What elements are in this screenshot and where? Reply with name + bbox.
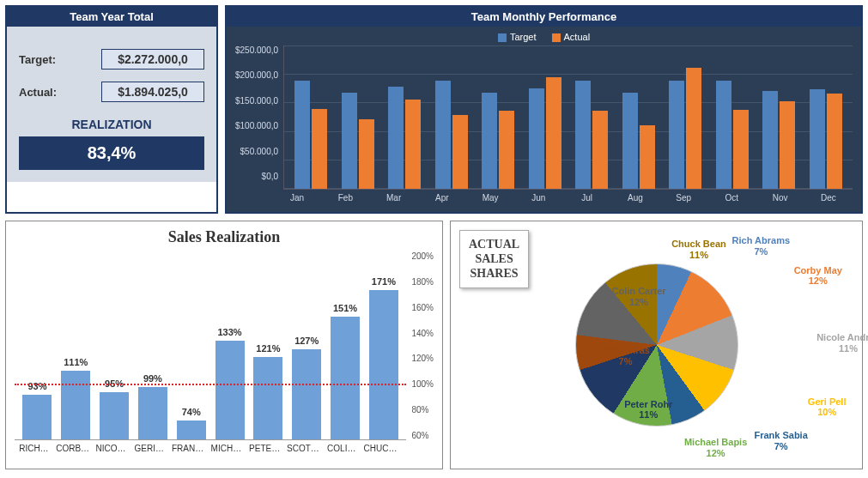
monthly-performance-chart: Target Actual $250.000,0$200.000,0$150.0… (227, 27, 861, 212)
xtick: CORB… (56, 444, 88, 453)
bar-actual (686, 68, 701, 190)
bar-actual (405, 100, 421, 189)
monthly-performance-header: Team Monthly Performance (227, 7, 861, 27)
ytick: $150.000,0 (235, 96, 278, 106)
target-swatch-icon (498, 33, 507, 42)
monthly-bars (284, 45, 853, 189)
xtick: COLI… (325, 444, 358, 453)
ytick: 80% (411, 405, 434, 414)
xtick: Jan (280, 193, 314, 203)
bar-target (482, 93, 497, 189)
bar-group (762, 45, 795, 189)
bar-target (622, 93, 638, 189)
sales-realization-xaxis: RICH…CORB…NICO…GERI…FRAN…MICH…PETE…SCOT…… (15, 440, 434, 453)
bar-target (294, 81, 310, 189)
realization-bar: 127% (292, 349, 321, 439)
pie-slice-label: Peter Rohr11% (614, 399, 683, 421)
bar-actual (359, 119, 374, 189)
monthly-plot-area (283, 45, 853, 190)
sales-realization-panel: Sales Realization 93%111%95%99%74%133%12… (5, 221, 443, 469)
ytick: $100.000,0 (235, 121, 278, 130)
sales-realization-yaxis: 200%180%160%140%120%100%80%60% (406, 251, 434, 440)
xtick: NICO… (94, 444, 127, 453)
bar-group (529, 45, 561, 189)
realization-bar: 74% (177, 421, 206, 439)
bar-group (810, 45, 842, 189)
pie-slice-label: Rich Abrams7% (726, 235, 795, 257)
pie-title-badge: ACTUAL SALES SHARES (459, 230, 529, 288)
xtick: Dec (811, 193, 846, 203)
xtick: CHUC… (364, 444, 397, 453)
ytick: 180% (411, 277, 434, 287)
bar-label: 74% (175, 407, 208, 417)
bar-label: 111% (59, 357, 92, 367)
pie-slice-label: Corby May12% (784, 265, 853, 287)
target-value: $2.272.000,0 (101, 49, 204, 70)
bar-target (669, 81, 684, 189)
legend-target-label: Target (510, 32, 537, 42)
ytick: 60% (411, 431, 434, 440)
ytick: $250.000,0 (235, 45, 278, 55)
sales-realization-title: Sales Realization (15, 228, 434, 246)
realization-bar: 171% (369, 290, 398, 439)
realization-bar: 95% (100, 392, 129, 439)
xtick: May (473, 193, 507, 203)
realization-bar: 99% (138, 387, 167, 439)
bar-actual (546, 77, 561, 189)
monthly-performance-panel: Team Monthly Performance Target Actual $… (225, 5, 863, 214)
bar-target (575, 81, 591, 189)
xtick: SCOT… (287, 444, 319, 453)
pie-slice-label: Nicole Andres11% (814, 332, 868, 354)
legend-target: Target (498, 32, 537, 42)
xtick: RICH… (17, 444, 50, 453)
bar-group (482, 45, 514, 189)
ytick: 120% (411, 354, 434, 363)
xtick: Apr (425, 193, 459, 203)
xtick: Sep (666, 193, 701, 203)
pie-slice-label: Chuck Bean11% (665, 239, 733, 260)
bar-group (294, 45, 327, 189)
bar-label: 171% (367, 276, 400, 287)
bar-actual (780, 101, 795, 189)
xtick: Nov (763, 193, 798, 203)
bar-target (716, 81, 731, 189)
reference-line (15, 384, 406, 385)
bar-actual (499, 111, 514, 189)
pie-badge-line3: SHARES (469, 267, 519, 281)
pie-slice-label: Frank Sabia7% (747, 430, 816, 451)
realization-bar: 93% (22, 395, 52, 439)
xtick: FRAN… (172, 444, 204, 453)
bar-label: 133% (214, 327, 246, 337)
pie-panel: ACTUAL SALES SHARES Rich Abrams7%Corby M… (450, 221, 863, 469)
xtick: Oct (714, 193, 749, 203)
target-label: Target: (19, 53, 56, 66)
monthly-legend: Target Actual (235, 30, 853, 45)
bar-label: 93% (21, 381, 53, 391)
legend-actual-label: Actual (564, 32, 591, 42)
bar-group (575, 45, 608, 189)
bar-actual (312, 109, 327, 190)
xtick: PETE… (248, 444, 281, 453)
bar-label: 127% (290, 336, 323, 346)
bar-group (342, 45, 374, 189)
ytick: 140% (411, 329, 434, 338)
pie-slice-label: Scott Tiras7% (592, 345, 660, 366)
bar-actual (733, 110, 749, 189)
pie-badge-line1: ACTUAL (469, 238, 519, 252)
legend-actual: Actual (552, 32, 591, 42)
actual-swatch-icon (552, 33, 561, 42)
bar-actual (452, 115, 468, 189)
pie-slice-label: Colin Carter12% (604, 286, 673, 307)
monthly-yaxis: $250.000,0$200.000,0$150.000,0$100.000,0… (235, 45, 283, 181)
ytick: 160% (411, 303, 434, 312)
bar-group (622, 45, 655, 189)
pie-slice-label: Geri Pell10% (792, 396, 861, 418)
bar-target (762, 91, 778, 189)
xtick: GERI… (133, 444, 166, 453)
bar-label: 121% (252, 343, 284, 354)
realization-label: REALIZATION (19, 118, 204, 131)
bar-label: 99% (137, 373, 169, 384)
pie-badge-line2: SALES (469, 252, 519, 267)
bar-group (716, 45, 749, 189)
sales-realization-bars: 93%111%95%99%74%133%121%127%151%171% (15, 251, 406, 440)
